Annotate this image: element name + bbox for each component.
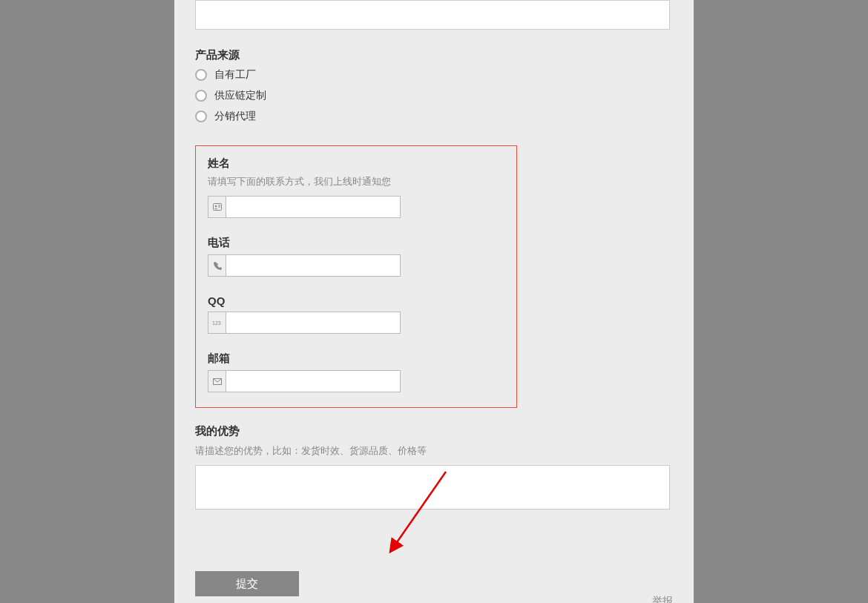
radio-label: 自有工厂 [214, 68, 256, 82]
advantage-textarea[interactable] [195, 465, 670, 510]
contact-info-box: 姓名 请填写下面的联系方式，我们上线时通知您 电话 QQ 1 [195, 145, 517, 408]
radio-icon [195, 69, 207, 81]
radio-label: 分销代理 [214, 110, 256, 123]
radio-label: 供应链定制 [214, 89, 266, 102]
qq-label: QQ [208, 294, 504, 307]
qq-input-wrap: 123 [208, 312, 401, 334]
email-input-wrap [208, 370, 401, 392]
email-label: 邮箱 [208, 352, 504, 366]
name-input[interactable] [226, 197, 400, 217]
envelope-icon [208, 371, 226, 392]
radio-option-distribution[interactable]: 分销代理 [195, 110, 673, 123]
contact-card-icon [208, 197, 226, 217]
product-source-label: 产品来源 [195, 48, 673, 62]
svg-text:123: 123 [212, 320, 221, 326]
radio-icon [195, 111, 207, 122]
radio-option-own-factory[interactable]: 自有工厂 [195, 68, 673, 82]
radio-icon [195, 90, 207, 102]
radio-option-supply-chain[interactable]: 供应链定制 [195, 89, 673, 102]
phone-input-wrap [208, 254, 401, 277]
contact-hint: 请填写下面的联系方式，我们上线时通知您 [208, 175, 504, 188]
submit-button[interactable]: 提交 [195, 571, 299, 596]
qq-input[interactable] [226, 312, 400, 333]
report-link[interactable]: 举报 [652, 595, 673, 603]
name-input-wrap [208, 196, 401, 218]
name-label: 姓名 [208, 156, 504, 171]
phone-label: 电话 [208, 236, 504, 250]
prior-textarea[interactable] [195, 0, 670, 30]
email-input[interactable] [226, 371, 400, 392]
svg-point-1 [214, 205, 217, 208]
phone-input[interactable] [226, 255, 400, 276]
phone-icon [208, 255, 226, 276]
number-icon: 123 [208, 312, 226, 333]
advantage-label: 我的优势 [195, 424, 673, 438]
advantage-hint: 请描述您的优势，比如：发货时效、货源品质、价格等 [195, 444, 673, 458]
